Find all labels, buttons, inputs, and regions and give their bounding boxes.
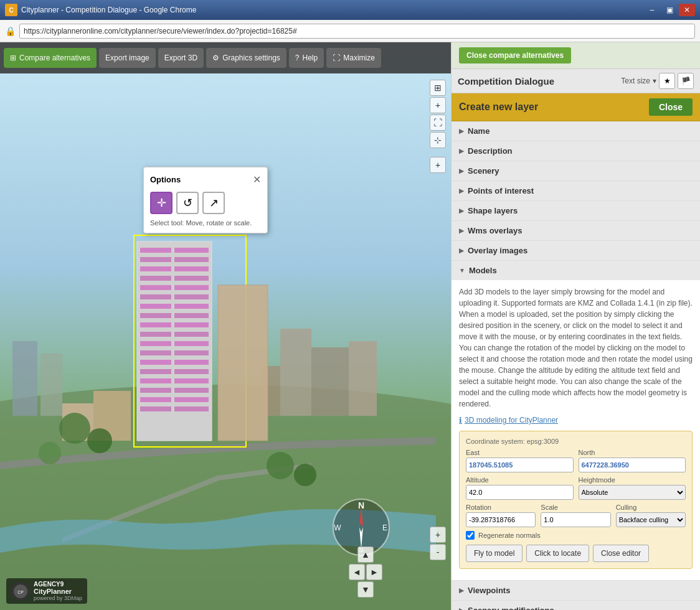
minimize-button[interactable]: –	[644, 4, 660, 16]
svg-rect-34	[174, 360, 209, 365]
toolbar: ⊞ Compare alternatives Export image Expo…	[0, 42, 451, 73]
north-input[interactable]	[579, 458, 686, 472]
accordion-scenery-mod-header[interactable]: ▶ Scenery modifications	[452, 601, 700, 610]
svg-rect-19	[140, 294, 171, 299]
zoom-in-right-button[interactable]: +	[430, 527, 446, 543]
svg-rect-43	[140, 406, 171, 411]
models-help-link[interactable]: ℹ 3D modeling for CityPlanner	[459, 416, 693, 425]
restore-button[interactable]: ▣	[661, 4, 678, 16]
pan-down-button[interactable]: ▼	[357, 581, 374, 598]
svg-rect-28	[174, 332, 209, 337]
svg-rect-46	[218, 285, 268, 441]
accordion-viewpoints-label: Viewpoints	[468, 586, 510, 595]
north-label: North	[579, 449, 686, 456]
options-hint: Select tool: Move, rotate or scale.	[150, 219, 261, 227]
svg-rect-39	[140, 388, 171, 393]
accordion-name: ▶ Name	[452, 121, 700, 141]
maximize-button[interactable]: ⛶ Maximize	[326, 48, 381, 68]
coordinate-system: Coordinate system: epsg:3009	[466, 438, 686, 445]
export-3d-button[interactable]: Export 3D	[158, 48, 204, 68]
svg-rect-9	[140, 248, 171, 253]
accordion-overlay-header[interactable]: ▶ Overlay images	[452, 241, 700, 260]
svg-point-52	[267, 452, 294, 479]
accordion-description-header[interactable]: ▶ Description	[452, 141, 700, 161]
scale-tool-button[interactable]: ↗	[202, 192, 225, 214]
accordion-scenery-header[interactable]: ▶ Scenery	[452, 161, 700, 181]
title-bar-controls: – ▣ ✕	[644, 4, 695, 16]
panel-scroll[interactable]: ▶ Name ▶ Description ▶ Scenery ▶ P	[452, 121, 700, 610]
svg-rect-21	[140, 304, 171, 309]
zoom-out-right-button[interactable]: -	[430, 544, 446, 560]
close-compare-button[interactable]: Close compare alternatives	[459, 47, 571, 63]
accordion-viewpoints-header[interactable]: ▶ Viewpoints	[452, 581, 700, 600]
viewer-background: ⊞ Compare alternatives Export image Expo…	[0, 42, 451, 610]
culling-label: Culling	[616, 504, 686, 511]
accordion-name-header[interactable]: ▶ Name	[452, 121, 700, 141]
options-header: Options ✕	[150, 174, 261, 185]
svg-rect-30	[174, 341, 209, 346]
svg-rect-22	[174, 304, 209, 309]
3d-viewer[interactable]: ⊞ Compare alternatives Export image Expo…	[0, 42, 451, 610]
flag-button[interactable]: 🏴	[678, 73, 694, 89]
cursor-button[interactable]: ⊹	[430, 132, 446, 148]
accordion-wms-header[interactable]: ▶ Wms overlays	[452, 221, 700, 240]
address-bar: 🔒	[0, 20, 700, 42]
svg-rect-5	[311, 347, 349, 416]
close-button[interactable]: ✕	[679, 4, 695, 16]
chevron-right-icon: ▶	[459, 227, 464, 234]
svg-text:E: E	[382, 523, 387, 532]
svg-text:CP: CP	[17, 590, 24, 594]
svg-rect-10	[174, 248, 209, 253]
svg-rect-3	[40, 354, 62, 416]
altitude-input[interactable]	[466, 485, 574, 500]
accordion-name-label: Name	[468, 126, 490, 136]
rotate-tool-button[interactable]: ↺	[176, 192, 199, 214]
pan-right-button[interactable]: ►	[366, 564, 382, 580]
close-editor-button[interactable]: Close editor	[593, 545, 649, 562]
right-panel: Close compare alternatives Competition D…	[451, 42, 700, 610]
pan-up-button[interactable]: ▲	[357, 547, 374, 563]
close-layer-button[interactable]: Close	[649, 98, 693, 116]
star-button[interactable]: ★	[659, 73, 675, 89]
models-header[interactable]: ▼ Models	[452, 261, 700, 280]
panel-header: Competition Dialogue Text size ▾ ★ 🏴	[452, 69, 700, 93]
move-tool-button[interactable]: ✛	[150, 192, 173, 214]
accordion-description-label: Description	[468, 146, 513, 156]
svg-rect-6	[349, 341, 377, 416]
heightmode-select[interactable]: Absolute Relative Clamp to ground	[579, 485, 686, 500]
help-button[interactable]: ? Help	[289, 48, 324, 68]
grid-view-button[interactable]: ⊞	[430, 80, 446, 96]
east-input[interactable]	[466, 458, 574, 472]
models-description: Add 3D models to the layer simply browsi…	[459, 286, 693, 410]
culling-select[interactable]: Backface culling None Frontface culling	[616, 512, 686, 527]
accordion-shape-label: Shape layers	[468, 206, 518, 215]
graphics-settings-button[interactable]: ⚙ Graphics settings	[206, 48, 286, 68]
east-label: East	[466, 449, 574, 456]
branding: CP AGENCY9 CityPlanner powered by 3DMap	[6, 578, 87, 604]
export-image-button[interactable]: Export image	[99, 48, 156, 68]
compare-alternatives-button[interactable]: ⊞ Compare alternatives	[4, 48, 97, 68]
scale-input[interactable]	[541, 512, 610, 527]
accordion-shape-header[interactable]: ▶ Shape layers	[452, 201, 700, 220]
agency-name: AGENCY9	[34, 581, 82, 588]
pan-left-button[interactable]: ◄	[349, 564, 365, 580]
accordion-poi-label: Points of interest	[468, 186, 534, 195]
heightmode-label: Heightmode	[579, 476, 686, 484]
fly-to-model-button[interactable]: Fly to model	[466, 545, 523, 562]
product-name: CityPlanner	[34, 588, 82, 595]
zoom-out-button[interactable]: +	[430, 157, 446, 173]
svg-rect-4	[280, 329, 311, 416]
zoom-in-button[interactable]: +	[430, 97, 446, 113]
click-to-locate-button[interactable]: Click to locate	[526, 545, 589, 562]
fullscreen-button[interactable]: ⛶	[430, 115, 446, 131]
title-bar-left: C Cityplanner - Competition Dialogue - G…	[5, 4, 196, 16]
east-field: East	[466, 449, 574, 472]
options-close-button[interactable]: ✕	[253, 174, 261, 185]
regenerate-normals-checkbox[interactable]	[466, 531, 475, 540]
app-logo: C	[5, 4, 17, 16]
accordion-poi-header[interactable]: ▶ Points of interest	[452, 181, 700, 200]
rotation-input[interactable]	[466, 512, 536, 527]
url-input[interactable]	[19, 24, 695, 39]
accordion-scenery: ▶ Scenery	[452, 161, 700, 181]
svg-rect-12	[174, 257, 209, 262]
